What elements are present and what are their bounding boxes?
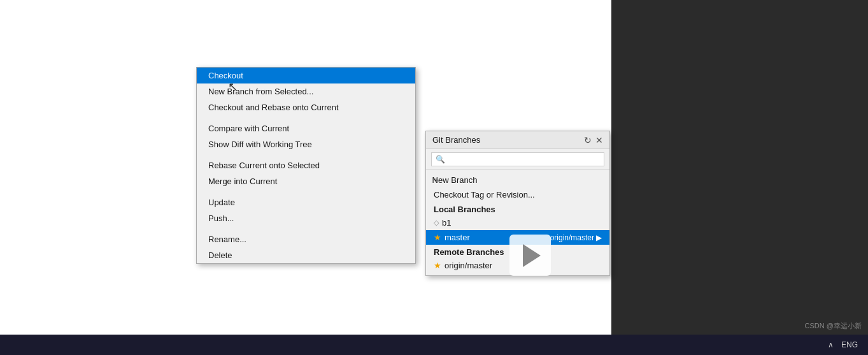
search-input[interactable]: [431, 152, 604, 166]
git-branches-header: Git Branches ↻ ✕: [426, 131, 609, 149]
play-overlay[interactable]: [509, 235, 551, 276]
taskbar-right: ∧ ENG: [828, 340, 858, 349]
context-menu-item-compare[interactable]: Compare with Current: [197, 120, 415, 136]
branch-name-b1: b1: [442, 218, 451, 228]
close-icon[interactable]: ✕: [595, 136, 603, 145]
checkout-tag-label: Checkout Tag or Revision...: [434, 190, 535, 199]
arrow-right-icon: ▶: [596, 233, 602, 242]
local-branches-header: Local Branches: [426, 202, 609, 215]
git-branches-icons: ↻ ✕: [584, 136, 603, 145]
context-menu-item-rebase[interactable]: Rebase Current onto Selected: [197, 157, 415, 173]
context-menu-item-show-diff[interactable]: Show Diff with Working Tree: [197, 136, 415, 152]
right-panel: [611, 0, 868, 355]
watermark: CSDN @幸运小新: [805, 321, 862, 331]
new-branch-label: New Branch: [432, 175, 478, 185]
context-menu-item-delete[interactable]: Delete: [197, 247, 415, 263]
taskbar-eng-label[interactable]: ENG: [841, 340, 858, 349]
refresh-icon[interactable]: ↻: [584, 136, 592, 145]
star-icon-master: ★: [434, 233, 441, 242]
checkout-tag-action[interactable]: Checkout Tag or Revision...: [426, 187, 609, 202]
taskbar: ∧ ENG: [0, 335, 868, 355]
star-icon-origin: ★: [434, 261, 441, 270]
remote-tag-master: origin/master: [550, 233, 594, 242]
context-menu: Checkout New Branch from Selected... Che…: [196, 67, 416, 264]
context-menu-item-new-branch-from-selected[interactable]: New Branch from Selected...: [197, 83, 415, 99]
branch-remote-info: origin/master ▶: [550, 233, 602, 242]
context-menu-item-push[interactable]: Push...: [197, 210, 415, 226]
branch-item-b1-left: ◇ b1: [434, 218, 451, 228]
diamond-icon-b1: ◇: [434, 219, 439, 227]
branch-name-master: master: [445, 233, 470, 242]
context-menu-item-rename[interactable]: Rename...: [197, 231, 415, 247]
branch-item-origin-left: ★ origin/master: [434, 261, 492, 270]
play-triangle-icon: [523, 244, 541, 267]
branch-item-b1[interactable]: ◇ b1: [426, 215, 609, 230]
context-menu-item-merge[interactable]: Merge into Current: [197, 173, 415, 189]
separator-1: [197, 115, 415, 120]
taskbar-arrow-icon[interactable]: ∧: [828, 340, 834, 349]
branch-item-master-left: ★ master: [434, 233, 470, 242]
git-branches-title: Git Branches: [432, 135, 480, 145]
separator-4: [197, 226, 415, 231]
context-menu-item-update[interactable]: Update: [197, 194, 415, 210]
new-branch-action[interactable]: + New Branch: [426, 173, 609, 187]
search-box: [426, 149, 609, 170]
separator-3: [197, 189, 415, 194]
separator-2: [197, 152, 415, 157]
context-menu-item-checkout[interactable]: Checkout: [197, 68, 415, 83]
branch-name-origin: origin/master: [445, 261, 492, 270]
context-menu-item-checkout-rebase[interactable]: Checkout and Rebase onto Current: [197, 99, 415, 115]
